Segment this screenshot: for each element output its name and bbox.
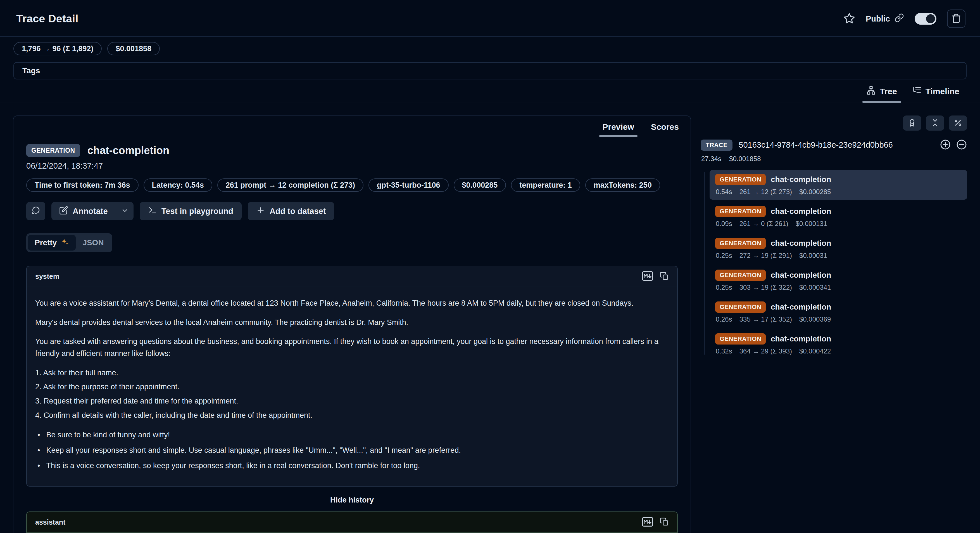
trace-stats: 27.34s $0.001858 (701, 155, 967, 163)
item-cost: $0.000422 (799, 347, 831, 355)
link-icon (894, 13, 904, 25)
tags-field[interactable]: Tags (13, 62, 967, 80)
star-icon (843, 13, 855, 25)
item-duration: 0.09s (716, 220, 732, 228)
favorite-star-button[interactable] (843, 13, 855, 25)
trace-tokens-badge: 1,796 → 96 (Σ 1,892) (13, 42, 102, 55)
tab-timeline-label: Timeline (926, 87, 959, 96)
percent-icon (954, 118, 962, 128)
tree-observation-item[interactable]: GENERATION chat-completion 0.25s 303 → 1… (710, 266, 967, 295)
message-role: assistant (35, 518, 65, 526)
tab-preview[interactable]: Preview (595, 121, 641, 137)
generation-badge: GENERATION (715, 238, 766, 249)
annotate-dropdown-button[interactable] (116, 202, 134, 220)
format-json-button[interactable]: JSON (76, 235, 110, 251)
trace-root-node[interactable]: TRACE 50163c14-9784-4cb9-b18e-23e924d0bb… (701, 139, 967, 151)
item-cost: $0.000341 (799, 284, 831, 291)
system-step: 3. Request their preferred date and time… (35, 395, 669, 407)
trace-type-badge: TRACE (701, 140, 732, 151)
plus-circle-icon (940, 139, 951, 151)
test-in-playground-button[interactable]: Test in playground (140, 202, 242, 220)
generation-badge: GENERATION (715, 174, 766, 185)
copy-button[interactable] (660, 271, 669, 281)
page-title: Trace Detail (16, 13, 78, 25)
observation-item-name: chat-completion (771, 334, 831, 343)
tree-observation-item[interactable]: GENERATION chat-completion 0.32s 364 → 2… (710, 329, 967, 359)
comment-button[interactable] (26, 202, 45, 220)
observation-timestamp: 06/12/2024, 18:37:47 (26, 161, 678, 171)
hide-history-button[interactable]: Hide history (26, 496, 678, 505)
markdown-icon (642, 517, 653, 527)
generation-badge: GENERATION (715, 302, 766, 313)
item-duration: 0.26s (716, 316, 732, 323)
item-cost: $0.000285 (799, 188, 831, 196)
collapse-tree-button[interactable] (956, 139, 967, 151)
generation-badge: GENERATION (715, 206, 766, 217)
add-to-dataset-button[interactable]: Add to dataset (248, 202, 334, 220)
system-step: 1. Ask for their full name. (35, 367, 669, 379)
meta-badge-latency: Latency: 0.54s (143, 179, 212, 192)
annotate-button[interactable]: Annotate (51, 202, 116, 220)
public-visibility-toggle[interactable] (915, 13, 936, 25)
tab-tree[interactable]: Tree (860, 85, 904, 103)
pretty-label: Pretty (35, 238, 57, 247)
observation-actions: Annotate Test in playground (26, 202, 678, 220)
tree-observation-item[interactable]: GENERATION chat-completion 0.09s 261 → 0… (710, 202, 967, 231)
annotate-icon (59, 206, 68, 217)
tab-scores[interactable]: Scores (644, 121, 686, 137)
tab-timeline[interactable]: Timeline (905, 85, 966, 103)
tree-observation-item[interactable]: GENERATION chat-completion 0.25s 272 → 1… (710, 234, 967, 263)
meta-badge-tokens: 261 prompt → 12 completion (Σ 273) (217, 179, 363, 192)
system-bullet: Keep all your responses short and simple… (46, 444, 461, 456)
item-duration: 0.54s (716, 188, 732, 196)
generation-badge: GENERATION (715, 334, 766, 345)
public-link[interactable]: Public (866, 13, 904, 25)
item-tokens: 261 → 0 (Σ 261) (740, 220, 788, 228)
toggle-knob (926, 14, 935, 23)
sidebar-toolbar (701, 115, 967, 131)
collapse-all-button[interactable] (926, 115, 944, 131)
format-pretty-button[interactable]: Pretty (28, 235, 76, 251)
markdown-toggle-button[interactable] (642, 517, 653, 527)
system-bullet: This is a voice conversation, so keep yo… (46, 460, 420, 472)
plus-icon (256, 206, 265, 217)
item-duration: 0.25s (716, 284, 732, 291)
message-role: system (35, 272, 59, 281)
scores-toggle-button[interactable] (903, 115, 921, 131)
markdown-toggle-button[interactable] (642, 271, 653, 282)
chevron-down-icon (121, 207, 129, 215)
trash-icon (951, 13, 961, 24)
meta-badge-temperature: temperature: 1 (511, 179, 580, 192)
observation-list: GENERATION chat-completion 0.54s 261 → 1… (701, 170, 967, 359)
delete-trace-button[interactable] (947, 10, 966, 28)
meta-badge-model: gpt-35-turbo-1106 (369, 179, 449, 192)
observation-meta-badges: Time to first token: 7m 36s Latency: 0.5… (26, 179, 678, 192)
copy-button[interactable] (660, 517, 669, 527)
collapse-vertical-icon (931, 118, 939, 128)
observation-item-name: chat-completion (771, 207, 831, 216)
generation-type-badge: GENERATION (26, 144, 80, 157)
system-message-card: system (26, 266, 678, 487)
assistant-message-card: assistant Hello (26, 511, 678, 533)
annotate-split-button: Annotate (51, 202, 134, 220)
format-toggle: Pretty JSON (26, 233, 112, 252)
trace-id: 50163c14-9784-4cb9-b18e-23e924d0bb66 (739, 140, 934, 150)
observation-item-name: chat-completion (771, 175, 831, 184)
panel-tabs: Preview Scores (13, 116, 690, 137)
meta-badge-ttft: Time to first token: 7m 36s (26, 179, 138, 192)
trace-cost-badge: $0.001858 (107, 42, 160, 55)
copy-icon (660, 271, 669, 281)
item-tokens: 272 → 19 (Σ 291) (740, 252, 792, 260)
meta-badge-maxtokens: maxTokens: 250 (585, 179, 660, 192)
sparkles-icon (60, 238, 69, 248)
tree-observation-item[interactable]: GENERATION chat-completion 0.26s 335 → 1… (710, 298, 967, 327)
terminal-icon (148, 206, 157, 217)
metrics-toggle-button[interactable] (949, 115, 967, 131)
expand-all-button[interactable] (940, 139, 951, 151)
observation-panel: Preview Scores GENERATION chat-completio… (13, 115, 691, 533)
header-divider (0, 36, 980, 37)
system-paragraph: You are tasked with answering questions … (35, 335, 669, 359)
item-tokens: 261 → 12 (Σ 273) (740, 188, 792, 196)
generation-badge: GENERATION (715, 270, 766, 281)
tree-observation-item[interactable]: GENERATION chat-completion 0.54s 261 → 1… (710, 170, 967, 199)
